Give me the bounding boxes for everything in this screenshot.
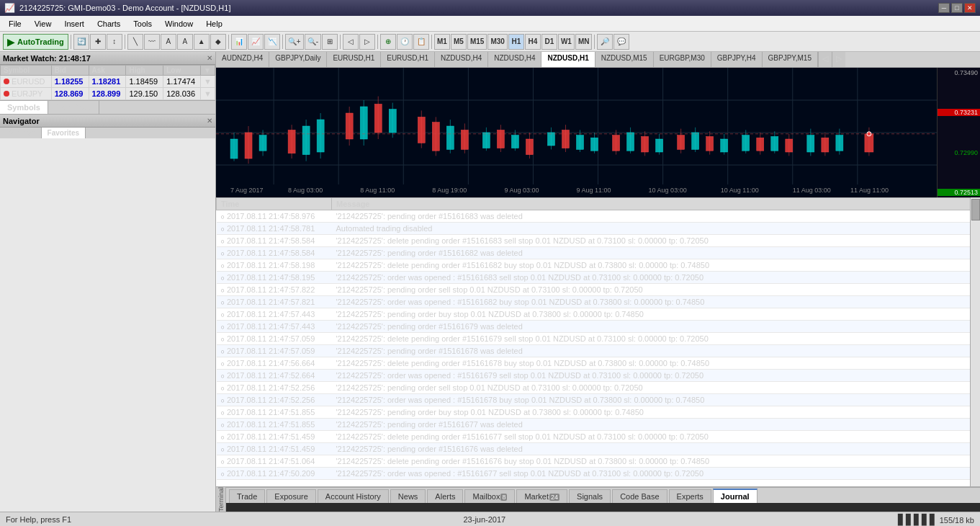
market-watch-close[interactable]: ✕ [207, 54, 212, 62]
journal-table: Time Message ○ 2017.08.11 21:47:58.976 '… [216, 197, 980, 480]
tb-h1[interactable]: H1 [508, 34, 524, 50]
tb-zoom-out[interactable]: 🔍- [305, 34, 321, 50]
tab-tick-chart[interactable]: Tick Chart [48, 101, 99, 114]
chart-tab-gbpjpy-h4[interactable]: GBPJPY,H4 [711, 52, 763, 67]
tb-btn-6[interactable]: A [161, 34, 176, 50]
tb-btn-16[interactable]: 🕐 [397, 34, 413, 50]
svg-text:9 Aug 11:00: 9 Aug 11:00 [577, 187, 611, 194]
journal-table-container[interactable]: Time Message ○ 2017.08.11 21:47:58.976 '… [216, 197, 980, 486]
table-row[interactable]: EURUSD 1.18255 1.18281 1.18459 1.17474 ▼ [1, 76, 215, 88]
tb-m1[interactable]: M1 [434, 34, 450, 50]
svg-text:8 Aug 11:00: 8 Aug 11:00 [360, 187, 395, 194]
tb-btn-3[interactable]: ↕ [107, 34, 122, 50]
tb-d1[interactable]: D1 [541, 34, 557, 50]
menu-help[interactable]: Help [200, 18, 228, 30]
chart-tab-prev[interactable]: ◁ [818, 52, 832, 67]
tb-mn[interactable]: MN [575, 34, 593, 50]
svg-text:10 Aug 03:00: 10 Aug 03:00 [649, 187, 687, 194]
tab-trade[interactable]: Trade [229, 489, 265, 503]
chart-tab-nzdusd-h4-2[interactable]: NZDUSD,H4 [488, 52, 541, 67]
scrollbar-thumb[interactable] [971, 199, 980, 220]
ask-cell: 1.18281 [89, 76, 126, 88]
tb-btn-2[interactable]: ✚ [90, 34, 106, 50]
market-watch-tabs: Symbols Tick Chart [0, 100, 215, 114]
tb-btn-10[interactable]: 📊 [231, 34, 247, 50]
chart-tab-nzdusd-h4-1[interactable]: NZDUSD,H4 [435, 52, 488, 67]
tb-btn-4[interactable]: ╲ [127, 34, 143, 50]
close-button[interactable]: ✕ [964, 3, 976, 13]
tab-exposure[interactable]: Exposure [266, 489, 315, 503]
tb-btn-1[interactable]: 🔄 [73, 34, 89, 50]
chart-tab-eurgbp-m30[interactable]: EURGBP,M30 [654, 52, 711, 67]
chart-tab-gbpjpy-m15[interactable]: GBPJPY,M15 [763, 52, 818, 67]
navigator-close[interactable]: ✕ [207, 117, 212, 125]
chart-tab-nzdusd-m15[interactable]: NZDUSD,M15 [595, 52, 654, 67]
journal-time: ○ 2017.08.11 21:47:52.256 [217, 394, 332, 406]
journal-message: '2124225725': delete pending order #1516… [332, 455, 980, 468]
tab-codebase[interactable]: Code Base [612, 489, 667, 503]
chart-canvas[interactable]: NZDUSD,H1 0.73242 0.73253 0.78223 0.7323… [216, 68, 980, 197]
tab-journal[interactable]: Journal [713, 489, 758, 503]
journal-time: ○ 2017.08.11 21:47:58.584 [217, 247, 332, 259]
tb-btn-8[interactable]: ▲ [194, 34, 210, 50]
journal-time: ○ 2017.08.11 21:47:58.584 [217, 235, 332, 247]
tb-m5[interactable]: M5 [451, 34, 467, 50]
svg-text:8 Aug 03:00: 8 Aug 03:00 [288, 187, 323, 194]
nav-tab-favorites[interactable]: Favorites [42, 128, 86, 138]
tb-h4[interactable]: H4 [525, 34, 541, 50]
tb-zoom-in[interactable]: 🔍+ [285, 34, 304, 50]
tab-symbols[interactable]: Symbols [0, 101, 48, 114]
tb-w1[interactable]: W1 [558, 34, 575, 50]
chart-tab-audnzd[interactable]: AUDNZD,H4 [216, 52, 269, 67]
symbol-dot [4, 91, 9, 97]
menu-window[interactable]: Window [159, 18, 199, 30]
tb-search[interactable]: 🔎 [597, 34, 613, 50]
tb-btn-9[interactable]: ◆ [210, 34, 226, 50]
tb-btn-13[interactable]: ⊞ [322, 34, 338, 50]
chart-tab-next[interactable]: ▷ [832, 52, 845, 67]
chart-tab-eurusd-1[interactable]: EURUSD,H1 [327, 52, 381, 67]
tb-btn-15[interactable]: ▷ [359, 34, 375, 50]
tb-btn-18[interactable]: 💬 [613, 34, 629, 50]
tab-market[interactable]: Market24 [516, 489, 567, 503]
row-expand[interactable]: ▼ [201, 88, 215, 100]
row-icon: ○ [221, 360, 225, 367]
menu-file[interactable]: File [3, 18, 27, 30]
journal-time: ○ 2017.08.11 21:47:57.059 [217, 345, 332, 357]
terminal-label[interactable]: Terminal [216, 487, 226, 512]
autotrading-area[interactable]: ▶ AutoTrading [3, 34, 68, 50]
tb-m30[interactable]: M30 [487, 34, 507, 50]
menu-insert[interactable]: Insert [58, 18, 90, 30]
tb-btn-14[interactable]: ◁ [343, 34, 359, 50]
window-title: 2124225725: GMI-Demo03 - Demo Account - … [19, 4, 230, 12]
tb-m15[interactable]: M15 [467, 34, 487, 50]
table-row[interactable]: EURJPY 128.869 128.899 129.150 128.036 ▼ [1, 88, 215, 100]
tb-btn-11[interactable]: 📈 [248, 34, 264, 50]
tb-btn-5[interactable]: 〰 [144, 34, 160, 50]
tb-btn-green[interactable]: ⊕ [380, 34, 396, 50]
tb-btn-17[interactable]: 📋 [413, 34, 429, 50]
tb-btn-7[interactable]: A [177, 34, 193, 50]
chart-tab-nzdusd-h1[interactable]: NZDUSD,H1 [541, 52, 595, 67]
tab-alerts[interactable]: Alerts [427, 489, 463, 503]
menu-tools[interactable]: Tools [127, 18, 158, 30]
menu-charts[interactable]: Charts [91, 18, 126, 30]
col-expand[interactable]: ▼ [201, 66, 215, 76]
row-expand[interactable]: ▼ [201, 76, 215, 88]
tab-news[interactable]: News [390, 489, 426, 503]
minimize-button[interactable]: ─ [938, 3, 950, 13]
journal-message: '2124225725': order was opened : #151616… [332, 394, 980, 406]
tab-signals[interactable]: Signals [569, 489, 611, 503]
chart-tab-eurusd-2[interactable]: EURUSD,H1 [381, 52, 435, 67]
nav-tab-common[interactable]: Common [0, 128, 42, 138]
tab-experts[interactable]: Experts [669, 489, 711, 503]
chart-tab-gbpjpy-daily[interactable]: GBPJPY,Daily [269, 52, 327, 67]
journal-row: ○ 2017.08.11 21:47:58.195 '2124225725': … [217, 272, 980, 284]
menu-view[interactable]: View [29, 18, 58, 30]
tb-btn-12[interactable]: 📉 [264, 34, 280, 50]
maximize-button[interactable]: □ [951, 3, 963, 13]
tab-mailbox[interactable]: Mailbox8 [464, 489, 515, 503]
tab-account-history[interactable]: Account History [318, 489, 389, 503]
journal-scrollbar[interactable] [970, 197, 980, 486]
row-icon: ○ [221, 409, 225, 416]
